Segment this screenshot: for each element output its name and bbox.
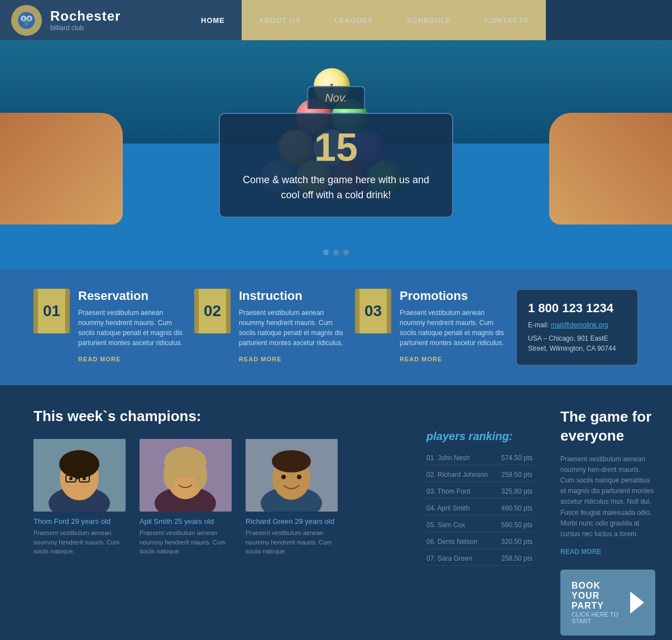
card-1-title: Reservation <box>78 289 183 303</box>
contact-box: 1 800 123 1234 E-mail: mail@demolink.org… <box>516 289 639 366</box>
logo-area: 1 8 Rochester billiard club <box>0 0 184 40</box>
svg-point-14 <box>83 477 86 480</box>
champions-grid: Thom Ford 29 years old Praesent vestibul… <box>33 439 382 556</box>
bottom-section: This week`s champions: <box>0 385 672 640</box>
contact-email: E-mail: mail@demolink.org <box>528 321 626 329</box>
ranking-title: players ranking: <box>426 430 532 443</box>
card-2-number: 02 <box>194 289 231 333</box>
svg-point-13 <box>69 477 73 480</box>
card-1-text: Praesent vestibulum aenean noummy hendre… <box>78 308 183 348</box>
slider-dots <box>323 250 349 255</box>
event-month: Nov. <box>325 92 347 104</box>
champions-area: This week`s champions: <box>0 385 415 640</box>
svg-point-25 <box>281 475 286 479</box>
card-3-number: 03 <box>355 289 391 333</box>
card-2-text: Praesent vestibulum aenean noummy hendre… <box>239 308 344 348</box>
hero-section: 1 Nov. 15 Come & watch the game here wit… <box>0 40 672 269</box>
champion-photo-1 <box>33 439 126 512</box>
ranking-item: 07. Sara Green258.50 pts <box>426 555 532 566</box>
svg-point-0 <box>18 11 36 29</box>
svg-point-19 <box>164 461 177 489</box>
champion-3-name: Richard Green 29 years old <box>246 517 340 526</box>
email-label: E-mail: <box>528 321 549 329</box>
book-arrow-icon <box>630 591 644 614</box>
game-title: The game for everyone <box>560 408 655 446</box>
email-link[interactable]: mail@demolink.org <box>551 321 608 329</box>
champion-3-desc: Praesent vestibulum aenean noummy hendre… <box>246 528 340 556</box>
hand-left <box>0 113 123 225</box>
dot-1[interactable] <box>323 250 329 255</box>
game-desc: Praesent vestibulum aenean noummy hen-dr… <box>560 454 655 540</box>
card-3-content: Promotions Praesent vestibulum aenean no… <box>400 289 505 364</box>
champion-photo-2 <box>140 439 232 512</box>
ranking-item: 06. Denis Nelson320.50 pts <box>426 538 532 549</box>
site-name: Rochester <box>50 8 121 24</box>
champions-title: This week`s champions: <box>33 408 382 425</box>
info-card-2: 02 Instruction Praesent vestibulum aenea… <box>194 289 344 364</box>
info-card-1: 01 Reservation Praesent vestibulum aenea… <box>33 289 183 364</box>
event-description: Come & watch the game here with us and c… <box>237 173 435 203</box>
book-line1: BOOK YOUR PARTY <box>572 581 630 611</box>
svg-text:8: 8 <box>28 16 31 20</box>
card-3-title: Promotions <box>400 289 505 303</box>
nav-about[interactable]: ABOUT US <box>242 0 318 40</box>
ranking-item: 01. John Nesh574.50 pts <box>426 454 532 465</box>
ranking-item: 03. Thom Ford325.80 pts <box>426 488 532 499</box>
site-subtitle: billiard club <box>50 24 121 32</box>
ranking-item: 05. Sam Cox580.50 pts <box>426 521 532 532</box>
champion-2-name: Apil Smith 25 years old <box>140 517 234 526</box>
event-tab: Nov. <box>307 86 365 109</box>
ranking-list: 01. John Nesh574.50 pts02. Richard Johns… <box>426 454 532 566</box>
game-read-more[interactable]: READ MORE <box>560 548 655 556</box>
champion-1-name: Thom Ford 29 years old <box>33 517 128 526</box>
champion-2-desc: Praesent vestibulum aenean noummy hendre… <box>140 528 234 556</box>
card-2-title: Instruction <box>239 289 344 303</box>
book-text: BOOK YOUR PARTY CLICK HERE TO START <box>572 581 630 624</box>
champion-card-1: Thom Ford 29 years old Praesent vestibul… <box>33 439 128 556</box>
dot-2[interactable] <box>333 250 339 255</box>
info-section: 01 Reservation Praesent vestibulum aenea… <box>0 269 672 385</box>
game-promo-area: The game for everyone Praesent vestibulu… <box>544 385 672 640</box>
nav-schedule[interactable]: SCHEDULE <box>390 0 468 40</box>
svg-point-20 <box>194 461 207 489</box>
svg-point-24 <box>272 450 311 472</box>
nav-home[interactable]: HOME <box>184 0 242 40</box>
event-box: Nov. 15 Come & watch the game here with … <box>219 113 453 218</box>
svg-point-3 <box>24 21 29 26</box>
dot-3[interactable] <box>343 250 349 255</box>
logo-icon: 1 8 <box>11 5 42 36</box>
nav-contacts[interactable]: CONTACTS <box>468 0 545 40</box>
card-3-read-more[interactable]: READ MORE <box>400 356 442 362</box>
card-1-read-more[interactable]: READ MORE <box>78 356 121 362</box>
svg-point-26 <box>297 475 301 479</box>
contact-phone: 1 800 123 1234 <box>528 301 626 316</box>
contact-address: USA – Chicago, 901 EastE Street, Wilming… <box>528 333 626 354</box>
book-button[interactable]: BOOK YOUR PARTY CLICK HERE TO START <box>560 570 655 636</box>
card-1-content: Reservation Praesent vestibulum aenean n… <box>78 289 183 364</box>
main-nav: HOME ABOUT US LEAGUES SCHEDULE CONTACTS <box>184 0 672 40</box>
nav-leagues[interactable]: LEAGUES <box>318 0 390 40</box>
event-day: 15 <box>237 128 435 167</box>
ranking-item: 04. April Smith480.50 pts <box>426 504 532 515</box>
svg-text:1: 1 <box>22 16 25 20</box>
svg-point-9 <box>59 450 99 478</box>
info-card-3: 03 Promotions Praesent vestibulum aenean… <box>355 289 505 364</box>
ranking-item: 02. Richard Johnson258.50 pts <box>426 471 532 482</box>
card-2-content: Instruction Praesent vestibulum aenean n… <box>239 289 344 364</box>
hand-right <box>549 113 672 225</box>
champion-card-2: Apil Smith 25 years old Praesent vestibu… <box>140 439 234 556</box>
book-line2: CLICK HERE TO START <box>572 611 630 624</box>
card-2-read-more[interactable]: READ MORE <box>239 356 281 362</box>
card-1-number: 01 <box>33 289 70 333</box>
champion-1-desc: Praesent vestibulum aenean noummy hendre… <box>33 528 128 556</box>
champion-photo-3 <box>246 439 338 512</box>
ranking-area: players ranking: 01. John Nesh574.50 pts… <box>415 385 544 640</box>
card-3-text: Praesent vestibulum aenean noummy hendre… <box>400 308 505 348</box>
champion-card-3: Richard Green 29 years old Praesent vest… <box>246 439 340 556</box>
